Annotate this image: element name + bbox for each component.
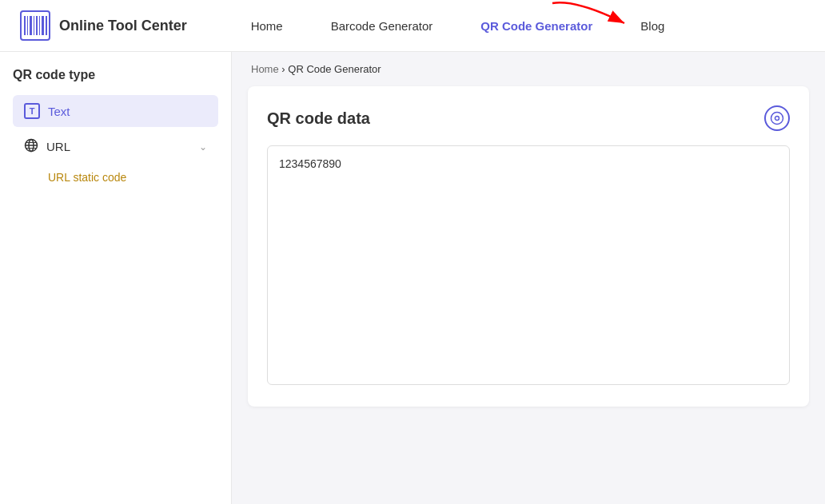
url-static-code-link[interactable]: URL static code (13, 166, 218, 189)
logo-area: Online Tool Center (19, 10, 187, 42)
qr-code-data-card: QR code data (248, 86, 809, 407)
sidebar-item-url[interactable]: URL ⌄ (13, 130, 218, 163)
settings-icon-button[interactable] (764, 105, 790, 131)
nav-home[interactable]: Home (251, 19, 283, 33)
logo-icon (19, 10, 51, 42)
text-type-icon: T (24, 103, 40, 119)
svg-rect-3 (30, 16, 32, 35)
sidebar-text-label: Text (48, 105, 70, 118)
card-header: QR code data (267, 105, 790, 131)
svg-rect-7 (42, 16, 44, 35)
svg-rect-6 (39, 16, 40, 35)
breadcrumb-separator: › (281, 63, 285, 75)
nav-blog[interactable]: Blog (640, 19, 664, 33)
sidebar-item-text[interactable]: T Text (13, 95, 218, 127)
svg-point-15 (771, 113, 783, 125)
globe-icon (24, 138, 38, 155)
svg-rect-5 (36, 16, 38, 35)
main-nav: Home Barcode Generator QR Code Generator… (251, 19, 806, 33)
chevron-down-icon: ⌄ (199, 141, 207, 153)
main-layout: QR code type T Text URL ⌄ URL static cod… (0, 52, 825, 504)
sidebar: QR code type T Text URL ⌄ URL static cod… (0, 52, 232, 504)
breadcrumb-current: QR Code Generator (288, 63, 381, 75)
svg-rect-2 (27, 16, 28, 35)
nav-qr-generator[interactable]: QR Code Generator (480, 19, 592, 33)
header: Online Tool Center Home Barcode Generato… (0, 0, 825, 52)
sidebar-section-title: QR code type (13, 68, 218, 82)
nav-barcode-generator[interactable]: Barcode Generator (331, 19, 433, 33)
breadcrumb-home[interactable]: Home (251, 63, 279, 75)
svg-rect-8 (46, 16, 47, 35)
qr-data-textarea[interactable] (267, 145, 790, 385)
card-title: QR code data (267, 109, 370, 128)
sidebar-url-label: URL (46, 140, 191, 153)
svg-rect-1 (24, 16, 26, 35)
content-area: Home › QR Code Generator QR code data (232, 52, 825, 504)
logo-title: Online Tool Center (59, 18, 187, 34)
svg-point-16 (775, 117, 779, 121)
nav-qr-wrapper: QR Code Generator (480, 19, 592, 33)
breadcrumb: Home › QR Code Generator (232, 52, 825, 86)
svg-rect-4 (34, 16, 34, 35)
